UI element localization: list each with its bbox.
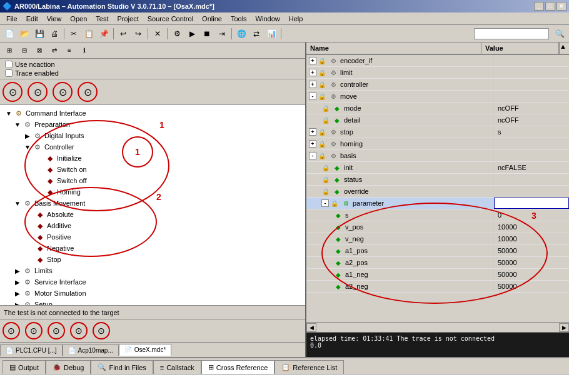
expand-basis-movement[interactable]: ▼	[13, 198, 23, 208]
prop-s[interactable]: ◆ s 0	[306, 209, 569, 221]
expand-basis[interactable]: -	[309, 152, 316, 159]
sub-btn6[interactable]: ℹ	[78, 44, 91, 58]
prop-init[interactable]: 🔒 ◆ init ncFALSE	[306, 162, 569, 174]
expand-setup[interactable]: ▶	[13, 299, 23, 305]
menu-tools[interactable]: Tools	[227, 14, 251, 24]
menu-open[interactable]: Open	[66, 14, 91, 24]
expand-limits[interactable]: ▶	[13, 266, 23, 276]
search-input[interactable]	[474, 28, 549, 39]
redo-button[interactable]: ↪	[131, 27, 145, 41]
tree-preparation[interactable]: ▼ ⚙ Preparation	[3, 119, 303, 130]
prop-a1neg[interactable]: ◆ a1_neg 50000	[306, 269, 569, 281]
tree-motor-simulation[interactable]: ▶ ⚙ Motor Simulation	[3, 288, 303, 299]
tab-output[interactable]: ▤ Output	[3, 360, 46, 374]
expand-move[interactable]: -	[309, 93, 316, 100]
prop-stop[interactable]: + 🔒 ⚙ stop s	[306, 126, 569, 138]
tab-callstack[interactable]: ≡ Callstack	[153, 360, 201, 374]
minimize-button[interactable]: _	[534, 2, 544, 11]
action-icon-3[interactable]: ⊙	[53, 82, 73, 102]
build-button[interactable]: ⚙	[170, 27, 184, 41]
expand-motor-simulation[interactable]: ▶	[13, 288, 23, 298]
tab-debug[interactable]: 🐞 Debug	[46, 360, 91, 374]
expand-controller[interactable]: ▼	[23, 142, 33, 152]
prop-vpos[interactable]: ◆ v_pos 10000	[306, 221, 569, 233]
restore-button[interactable]: □	[545, 2, 555, 11]
bottom-icon-2[interactable]: ⊙	[25, 322, 43, 339]
expand-digital-inputs[interactable]: ▶	[23, 131, 33, 141]
expand-service-interface[interactable]: ▶	[13, 277, 23, 287]
tree-setup[interactable]: ▶ ⚙ Setup	[3, 299, 303, 305]
tree-service-interface[interactable]: ▶ ⚙ Service Interface	[3, 276, 303, 288]
tree-switch-on[interactable]: ◆ Switch on	[3, 164, 303, 175]
tree-root[interactable]: ▼ ⚙ Command Interface	[3, 108, 303, 119]
prop-limit[interactable]: + 🔒 ⚙ limit	[306, 67, 569, 79]
copy-button[interactable]: 📋	[82, 27, 96, 41]
search-button[interactable]: 🔍	[553, 27, 566, 41]
tab-find-in-files[interactable]: 🔍 Find in Files	[91, 360, 153, 374]
tree-additive[interactable]: ◆ Additive	[3, 220, 303, 231]
tab-acp10[interactable]: 📄 Acp10map...	[63, 344, 119, 356]
scroll-left-btn[interactable]: ◀	[306, 323, 316, 332]
menu-help[interactable]: Help	[285, 14, 307, 24]
print-button[interactable]: 🖨	[48, 27, 61, 41]
menu-edit[interactable]: Edit	[23, 14, 42, 24]
use-ncaction-checkbox[interactable]	[5, 61, 13, 68]
tree-initialize[interactable]: ◆ Initialize	[3, 153, 303, 164]
tree-negative[interactable]: ◆ Negative	[3, 243, 303, 254]
bottom-icon-3[interactable]: ⊙	[48, 322, 65, 339]
new-button[interactable]: 📄	[3, 27, 16, 41]
prop-override[interactable]: 🔒 ◆ override	[306, 186, 569, 198]
open-button[interactable]: 📂	[18, 27, 31, 41]
tree-switch-off[interactable]: ◆ Switch off	[3, 175, 303, 186]
prop-a2pos[interactable]: ◆ a2_pos 50000	[306, 257, 569, 269]
prop-controller[interactable]: + 🔒 ⚙ controller	[306, 79, 569, 91]
action-icon-1[interactable]: ⊙	[3, 82, 23, 102]
prop-encoder-if[interactable]: + 🔒 ⚙ encoder_if	[306, 55, 569, 67]
monitor-button[interactable]: 📊	[264, 27, 278, 41]
menu-test[interactable]: Test	[92, 14, 112, 24]
scroll-right-btn[interactable]: ▶	[559, 323, 569, 332]
expand-initialize[interactable]	[40, 153, 45, 163]
sub-btn4[interactable]: ⇄	[48, 44, 61, 58]
menu-view[interactable]: View	[43, 14, 66, 24]
undo-button[interactable]: ↩	[116, 27, 130, 41]
prop-parameter[interactable]: - 🔒 ⚙ parameter	[306, 198, 569, 209]
expand-homing-prop[interactable]: +	[309, 140, 316, 148]
sub-btn5[interactable]: ≡	[63, 44, 76, 58]
transfer-button[interactable]: ⇄	[249, 27, 263, 41]
tree-controller[interactable]: ▼ ⚙ Controller	[3, 141, 303, 153]
tree-stop[interactable]: ◆ Stop	[3, 254, 303, 265]
parameter-value[interactable]	[494, 198, 569, 209]
prop-basis[interactable]: - 🔒 ⚙ basis	[306, 150, 569, 162]
prop-vneg[interactable]: ◆ v_neg 10000	[306, 233, 569, 245]
run-button[interactable]: ▶	[185, 27, 199, 41]
expand-encoder-if[interactable]: +	[309, 57, 316, 64]
tree-digital-inputs[interactable]: ▶ ⚙ Digital Inputs	[3, 130, 303, 141]
menu-project[interactable]: Project	[113, 14, 142, 24]
expand-root[interactable]: ▼	[4, 108, 14, 118]
prop-mode[interactable]: 🔒 ◆ mode ncOFF	[306, 103, 569, 114]
sub-btn3[interactable]: ⊠	[33, 44, 46, 58]
tree-limits[interactable]: ▶ ⚙ Limits	[3, 265, 303, 276]
prop-a1pos[interactable]: ◆ a1_pos 50000	[306, 245, 569, 257]
tab-reference-list[interactable]: 📋 Reference List	[274, 360, 344, 374]
expand-preparation[interactable]: ▼	[13, 119, 23, 129]
action-icon-4[interactable]: ⊙	[78, 82, 98, 102]
tab-osax[interactable]: 📄 OseX.mdc*	[119, 344, 172, 356]
tree-homing[interactable]: ◆ Homing	[3, 186, 303, 198]
stop-btn[interactable]: ⏹	[200, 27, 214, 41]
action-icon-2[interactable]: ⊙	[28, 82, 48, 102]
close-button[interactable]: ✕	[556, 2, 566, 11]
expand-stop-prop[interactable]: +	[309, 128, 316, 136]
step-btn[interactable]: ⇥	[215, 27, 229, 41]
delete-button[interactable]: ✕	[151, 27, 164, 41]
bottom-icon-5[interactable]: ⊙	[93, 322, 110, 339]
tab-plc1[interactable]: 📄 PLC1.CPU [...]	[0, 344, 63, 356]
tree-basis-movement[interactable]: ▼ ⚙ Basis Movement	[3, 198, 303, 209]
expand-controller-prop[interactable]: +	[309, 81, 316, 88]
menu-source-control[interactable]: Source Control	[144, 14, 197, 24]
cut-button[interactable]: ✂	[67, 27, 81, 41]
paste-button[interactable]: 📌	[97, 27, 111, 41]
expand-limit[interactable]: +	[309, 69, 316, 76]
sub-btn2[interactable]: ⊟	[18, 44, 31, 58]
